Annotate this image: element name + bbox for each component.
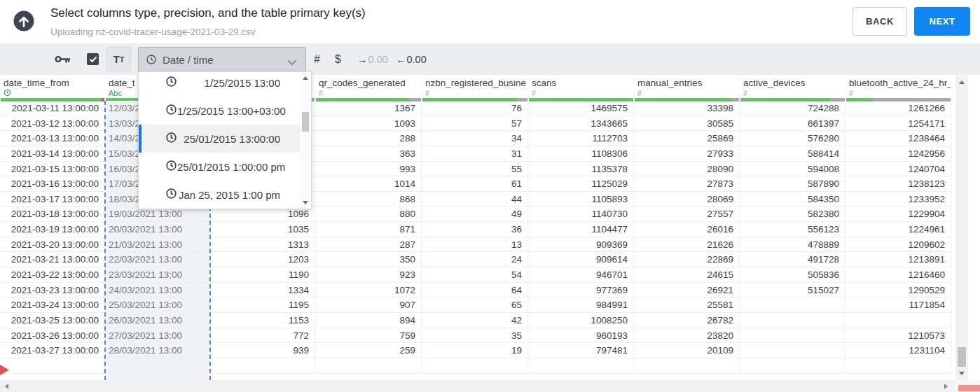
cell[interactable]: 22/03/2021 13:00 <box>105 252 210 267</box>
cell[interactable]: 871 <box>315 222 422 237</box>
cell[interactable]: 2021-03-22 13:00:00 <box>0 267 105 283</box>
cell[interactable]: 27/03/2021 13:00 <box>105 328 210 344</box>
cell[interactable]: 576280 <box>740 131 846 146</box>
cell[interactable]: 1195 <box>210 298 315 313</box>
cell[interactable]: 35 <box>422 328 528 344</box>
cell[interactable]: 19 <box>422 343 528 358</box>
cell[interactable]: 1254171 <box>846 116 951 132</box>
cell[interactable] <box>315 358 422 374</box>
cell[interactable] <box>528 358 634 374</box>
cell[interactable]: 44 <box>422 192 528 207</box>
dropdown-scrollbar[interactable] <box>300 72 311 209</box>
cell[interactable]: 946701 <box>528 267 634 283</box>
cell[interactable]: 2021-03-12 13:00:00 <box>0 116 105 132</box>
cell[interactable]: 27933 <box>634 146 740 162</box>
date-format-option[interactable]: 1/25/2015 13:00 <box>139 71 311 97</box>
table-horizontal-scrollbar[interactable] <box>0 380 955 392</box>
cell[interactable]: 1231104 <box>846 343 951 358</box>
cell[interactable]: 582380 <box>740 206 846 222</box>
scroll-right-icon[interactable] <box>944 384 948 389</box>
cell[interactable]: 27557 <box>634 206 740 222</box>
cell[interactable]: 25/03/2021 13:00 <box>105 298 210 313</box>
cell[interactable]: 588414 <box>740 146 846 162</box>
dropdown-scroll-up-icon[interactable] <box>303 76 308 80</box>
cell[interactable]: 26016 <box>634 222 740 237</box>
column-header-bluetooth_active_24_hr_[interactable]: bluetooth_active_24_hr_# <box>846 75 951 102</box>
cell[interactable]: 2021-03-20 13:00:00 <box>0 237 105 253</box>
column-header-date_time_from[interactable]: date_time_from <box>0 75 105 102</box>
cell[interactable]: 1008250 <box>528 313 634 328</box>
cell[interactable]: 1203 <box>210 252 315 267</box>
cell[interactable]: 22869 <box>634 252 740 267</box>
cell[interactable]: 984991 <box>528 298 634 313</box>
cell[interactable]: 724288 <box>740 101 846 116</box>
cell[interactable]: 287 <box>315 237 422 253</box>
cell[interactable]: 1238464 <box>846 131 951 146</box>
cell[interactable]: 49 <box>422 206 528 222</box>
cell[interactable]: 977369 <box>528 283 634 298</box>
cell[interactable] <box>105 358 210 374</box>
date-format-option[interactable]: 1/25/2015 13:00+03:00 <box>139 97 311 125</box>
cell[interactable]: 57 <box>422 116 528 132</box>
cell[interactable]: 1190 <box>210 267 315 283</box>
cell[interactable]: 868 <box>315 192 422 207</box>
column-header-qr_codes_generated[interactable]: qr_codes_generated# <box>315 75 422 102</box>
cell[interactable]: 2021-03-27 13:00:00 <box>0 343 105 358</box>
cell[interactable]: 61 <box>422 176 528 192</box>
cell[interactable]: 505836 <box>740 267 846 283</box>
cell[interactable]: 1261266 <box>846 101 951 116</box>
cell[interactable]: 26782 <box>634 313 740 328</box>
cell[interactable]: 24/03/2021 13:00 <box>105 283 210 298</box>
next-button[interactable]: NEXT <box>914 7 970 36</box>
scroll-up-icon[interactable] <box>959 80 965 84</box>
cell[interactable] <box>0 358 105 374</box>
cell[interactable]: 960193 <box>528 328 634 344</box>
cell[interactable]: 2021-03-24 13:00:00 <box>0 298 105 313</box>
cell[interactable]: 23/03/2021 13:00 <box>105 267 210 283</box>
cell[interactable]: 1469575 <box>528 101 634 116</box>
cell[interactable]: 259 <box>315 343 422 358</box>
cell[interactable]: 31 <box>422 146 528 162</box>
cell[interactable]: 1290529 <box>846 283 951 298</box>
cell[interactable]: 1216460 <box>846 267 951 283</box>
cell[interactable]: 28090 <box>634 162 740 177</box>
cell[interactable] <box>740 313 846 328</box>
cell[interactable]: 54 <box>422 267 528 283</box>
cell[interactable]: 1210573 <box>846 328 951 344</box>
cell[interactable]: 1093 <box>315 116 422 132</box>
cell[interactable]: 1104477 <box>528 222 634 237</box>
cell[interactable] <box>210 358 315 374</box>
cell[interactable]: 1153 <box>210 313 315 328</box>
cell[interactable]: 909369 <box>528 237 634 253</box>
cell[interactable]: 491728 <box>740 252 846 267</box>
cell[interactable]: 661397 <box>740 116 846 132</box>
cell[interactable]: 2021-03-16 13:00:00 <box>0 176 105 192</box>
cell[interactable]: 2021-03-14 13:00:00 <box>0 146 105 162</box>
cell[interactable]: 65 <box>422 298 528 313</box>
cell[interactable]: 587890 <box>740 176 846 192</box>
cell[interactable]: 2021-03-19 13:00:00 <box>0 222 105 237</box>
cell[interactable]: 1140730 <box>528 206 634 222</box>
cell[interactable]: 25869 <box>634 131 740 146</box>
cell[interactable]: 13 <box>422 237 528 253</box>
cell[interactable]: 1233952 <box>846 192 951 207</box>
cell[interactable]: 21626 <box>634 237 740 253</box>
cell[interactable]: 923 <box>315 267 422 283</box>
cell[interactable]: 1224961 <box>846 222 951 237</box>
column-type-select[interactable]: Date / time <box>138 47 306 72</box>
cell[interactable]: 76 <box>422 101 528 116</box>
cell[interactable]: 350 <box>315 252 422 267</box>
cell[interactable]: 21/03/2021 13:00 <box>105 237 210 253</box>
currency-type-button[interactable]: $ <box>335 43 341 75</box>
cell[interactable]: 909614 <box>528 252 634 267</box>
column-header-active_devices[interactable]: active_devices# <box>740 75 846 102</box>
cell[interactable]: 2021-03-15 13:00:00 <box>0 162 105 177</box>
cell[interactable]: 2021-03-23 13:00:00 <box>0 283 105 298</box>
cell[interactable]: 42 <box>422 313 528 328</box>
cell[interactable]: 772 <box>210 328 315 344</box>
cell[interactable]: 1125029 <box>528 176 634 192</box>
cell[interactable]: 759 <box>315 328 422 344</box>
dropdown-scroll-down-icon[interactable] <box>303 201 308 204</box>
back-button[interactable]: BACK <box>853 7 907 36</box>
cell[interactable]: 1240704 <box>846 162 951 177</box>
